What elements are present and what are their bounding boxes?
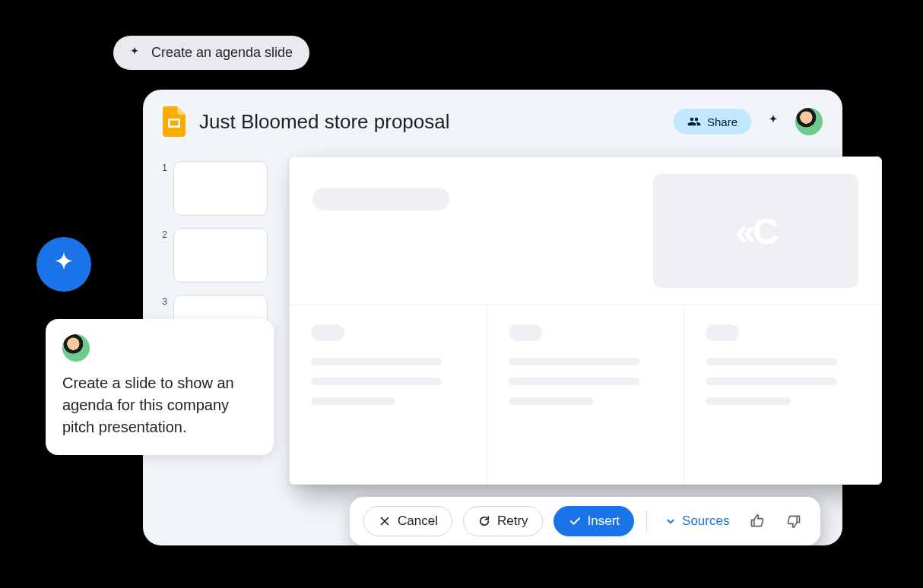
thumbs-up-icon [750, 514, 765, 529]
placeholder-heading [311, 324, 344, 341]
gemini-sparkle-icon[interactable] [765, 113, 782, 130]
thumbs-up-button[interactable] [744, 508, 770, 534]
thumbs-down-button[interactable] [781, 508, 807, 534]
placeholder-line [509, 358, 639, 365]
placeholder-line [311, 358, 442, 365]
placeholder-image: «C [653, 174, 858, 288]
slide-column [290, 305, 487, 485]
placeholder-title [312, 188, 449, 210]
svg-rect-1 [170, 121, 179, 126]
placeholder-heading [509, 324, 542, 341]
placeholder-line [706, 358, 836, 365]
placeholder-line [706, 378, 836, 385]
insert-button[interactable]: Insert [553, 506, 635, 536]
cancel-label: Cancel [398, 514, 438, 529]
people-icon [687, 115, 701, 128]
slide-header-area: «C [290, 157, 881, 305]
sources-label: Sources [682, 514, 729, 529]
retry-button[interactable]: Retry [463, 506, 543, 536]
app-header: Just Bloomed store proposal Share [163, 106, 823, 137]
gemini-badge-icon[interactable] [36, 237, 91, 292]
share-button[interactable]: Share [674, 109, 751, 134]
slides-logo-icon [163, 106, 186, 137]
thumbs-down-icon [786, 514, 801, 529]
placeholder-line [509, 378, 639, 385]
retry-label: Retry [497, 514, 528, 529]
share-label: Share [707, 115, 737, 128]
suggestion-chip[interactable]: Create an agenda slide [113, 36, 309, 70]
placeholder-logo-text: «C [735, 210, 776, 252]
slide-thumbnail[interactable] [173, 228, 268, 283]
thumb-number: 2 [160, 228, 167, 240]
placeholder-line [311, 378, 442, 385]
slide-column [487, 305, 685, 485]
cancel-button[interactable]: Cancel [363, 506, 452, 536]
check-icon [568, 514, 582, 528]
prompt-text: Create a slide to show an agenda for thi… [62, 372, 257, 438]
user-avatar-small [62, 334, 90, 362]
document-title[interactable]: Just Bloomed store proposal [199, 110, 660, 134]
user-avatar[interactable] [795, 108, 823, 135]
generated-slide-preview: «C [289, 156, 882, 485]
thumb-number: 3 [160, 295, 167, 307]
insert-label: Insert [588, 514, 620, 529]
placeholder-line [311, 397, 395, 405]
chevron-down-icon [664, 514, 677, 528]
slide-columns [290, 305, 881, 485]
placeholder-heading [706, 324, 739, 341]
retry-icon [477, 514, 491, 528]
generation-action-bar: Cancel Retry Insert Sources [350, 497, 820, 545]
placeholder-line [706, 397, 790, 405]
thumb-number: 1 [160, 161, 167, 173]
placeholder-line [509, 397, 593, 405]
slide-thumbnail[interactable] [173, 161, 268, 216]
sources-dropdown[interactable]: Sources [659, 514, 734, 529]
separator [646, 510, 647, 533]
suggestion-label: Create an agenda slide [151, 45, 293, 61]
prompt-card: Create a slide to show an agenda for thi… [46, 319, 274, 455]
slide-column [684, 305, 881, 485]
close-icon [378, 514, 392, 528]
sparkle-icon [127, 46, 142, 61]
